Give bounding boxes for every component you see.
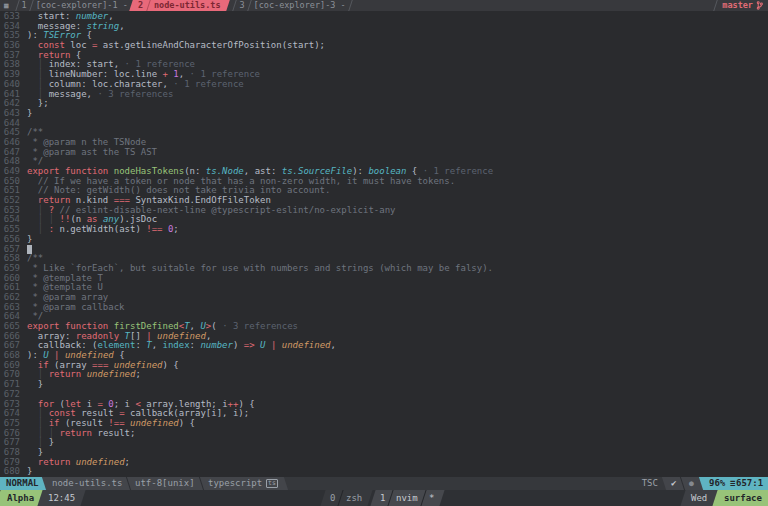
code-text: │ : n.getWidth(ast) !== 0;	[20, 225, 179, 235]
line-number: 680	[0, 467, 20, 477]
tmux-statusbar: Alpha 12:45 M: 54% ↑ 459 B/s 0zsh1nvim* …	[0, 490, 768, 506]
code-line[interactable]: 679 return undefined;	[0, 458, 768, 468]
tab-list: 1[coc-explorer]-1 -2node-utils.ts3[coc-e…	[13, 0, 355, 11]
clock: 12:45	[37, 490, 85, 506]
separator	[146, 0, 151, 11]
code-line[interactable]: 642 };	[0, 99, 768, 109]
separator	[388, 490, 394, 506]
tmux-spacer	[444, 490, 591, 506]
code-line[interactable]: 660 * @template T	[0, 274, 768, 284]
code-text	[20, 119, 27, 129]
tab-number: 3	[239, 0, 244, 11]
git-branch-icon	[756, 1, 763, 10]
code-line[interactable]: 659 * Like `forEach`, but suitable for u…	[0, 264, 768, 274]
code-line[interactable]: 636 const loc = ast.getLineAndCharacterO…	[0, 41, 768, 51]
vim-tabline: ▦ 1[coc-explorer]-1 -2node-utils.ts3[coc…	[0, 0, 768, 11]
tabline-tab[interactable]: 1[coc-explorer]-1 -	[22, 0, 128, 11]
git-branch: master	[720, 0, 768, 11]
tab-label: [coc-explorer]-1 -	[36, 0, 128, 11]
separator	[29, 0, 34, 11]
mode-indicator: NORMAL	[0, 477, 49, 490]
code-line[interactable]: 634 message: string,	[0, 22, 768, 32]
code-text	[20, 390, 27, 400]
window-name: zsh	[346, 490, 362, 506]
separator	[337, 490, 343, 506]
code-line[interactable]: 655 │ : n.getWidth(ast) !== 0;	[0, 225, 768, 235]
cursor-position: 657:1	[736, 477, 763, 490]
separator	[126, 477, 131, 490]
code-text: }	[20, 467, 32, 477]
encoding: utf-8[unix]	[135, 477, 195, 490]
code-line[interactable]: 643}	[0, 109, 768, 119]
separator	[233, 0, 238, 11]
hostname: surface	[712, 490, 768, 506]
tab-number: 1	[22, 0, 27, 11]
code-line[interactable]: 677 │ }	[0, 438, 768, 448]
separator	[198, 477, 203, 490]
code-line[interactable]: 670 │ return undefined;	[0, 370, 768, 380]
filetype: typescript	[208, 477, 262, 490]
cursor-position-segment: 96% ≡ 657:1	[699, 477, 768, 490]
separator	[15, 0, 20, 11]
separator	[680, 477, 685, 490]
current-flag: *	[429, 490, 434, 506]
code-line[interactable]: 656}	[0, 235, 768, 245]
window-number: 0	[330, 490, 335, 506]
tmux-window[interactable]: 1nvim*	[371, 490, 445, 506]
editor[interactable]: 633 start: number,634 message: string,63…	[0, 11, 768, 477]
window-number: 1	[380, 490, 385, 506]
window-list: 0zsh1nvim*	[321, 490, 444, 506]
separator	[247, 0, 252, 11]
code-line[interactable]: 676 │ │ return result;	[0, 429, 768, 439]
code-line[interactable]: 671 }	[0, 380, 768, 390]
scroll-percent: 96%	[709, 477, 725, 490]
statusline-spacer	[286, 477, 642, 490]
vim-statusline: NORMAL node-utils.ts utf-8[unix] typescr…	[0, 477, 768, 490]
window-grid-icon: ▦	[0, 0, 13, 11]
code-line[interactable]: 657	[0, 245, 768, 255]
statusline-file-group: node-utils.ts utf-8[unix] typescript ts	[41, 477, 287, 490]
filename: node-utils.ts	[52, 477, 122, 490]
code-text: return undefined;	[20, 458, 130, 468]
check-icon: ✔	[671, 477, 676, 490]
terminal-window: ▦ 1[coc-explorer]-1 -2node-utils.ts3[coc…	[0, 0, 768, 506]
separator	[713, 0, 718, 11]
code-line[interactable]: 644	[0, 119, 768, 129]
code-line[interactable]: 641 │ message, · 3 references	[0, 90, 768, 100]
tab-number: 2	[138, 0, 143, 11]
code-text: }	[20, 109, 32, 119]
tabline-tab[interactable]: 2node-utils.ts	[129, 0, 229, 11]
tmux-spacer	[174, 490, 321, 506]
tab-label: [coc-explorer]-3 -	[254, 0, 346, 11]
window-name: nvim	[397, 490, 419, 506]
code-line[interactable]: 663 * @param callback	[0, 303, 768, 313]
code-line[interactable]: 661 * @template U	[0, 283, 768, 293]
separator	[421, 490, 427, 506]
git-branch-name: master	[722, 0, 753, 11]
tmux-window[interactable]: 0zsh	[320, 490, 372, 506]
separator	[348, 0, 353, 11]
code-line[interactable]: 647 * @param ast the TS AST	[0, 148, 768, 158]
code-text: };	[20, 99, 49, 109]
code-text: }	[20, 380, 43, 390]
code-text: }	[20, 235, 32, 245]
statusline-status-group: ✔ ●	[662, 477, 703, 490]
dot-icon: ●	[689, 477, 694, 490]
network-stats: 540 B/s ↓ C: 10.3%	[591, 490, 683, 506]
typescript-icon: ts	[266, 479, 278, 488]
tsc-label: TSC	[642, 477, 664, 490]
tabline-tab[interactable]: 3[coc-explorer]-3 -	[239, 0, 345, 11]
code-line[interactable]: 680}	[0, 467, 768, 477]
tab-label: node-utils.ts	[154, 0, 221, 11]
system-stats: M: 54% ↑ 459 B/s	[83, 490, 173, 506]
tabline-spacer	[355, 0, 712, 11]
